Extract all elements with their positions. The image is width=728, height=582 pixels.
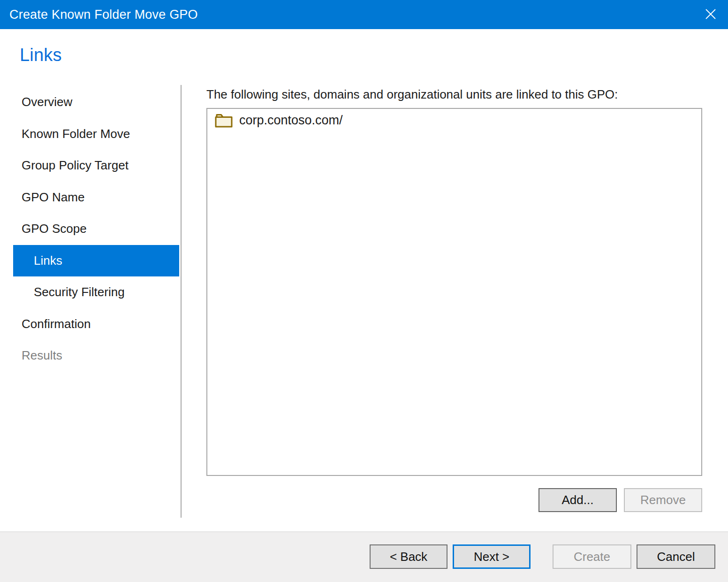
close-icon	[704, 7, 718, 23]
add-button[interactable]: Add...	[538, 488, 617, 512]
wizard-steps-nav: Overview Known Folder Move Group Policy …	[13, 86, 179, 372]
links-instruction-text: The following sites, domains and organiz…	[206, 87, 618, 102]
linked-item-name: corp.contoso.com/	[239, 113, 343, 128]
folder-icon	[215, 113, 233, 128]
window-title: Create Known Folder Move GPO	[9, 8, 198, 22]
title-bar: Create Known Folder Move GPO	[0, 0, 728, 29]
sidebar-item-gpo-name[interactable]: GPO Name	[13, 182, 179, 214]
sidebar-divider	[181, 85, 182, 518]
create-button: Create	[553, 544, 631, 569]
next-button[interactable]: Next >	[453, 544, 531, 569]
list-item[interactable]: corp.contoso.com/	[207, 109, 701, 128]
sidebar-item-known-folder-move[interactable]: Known Folder Move	[13, 118, 179, 150]
remove-button: Remove	[624, 488, 702, 512]
sidebar-item-confirmation[interactable]: Confirmation	[13, 308, 179, 340]
back-button[interactable]: < Back	[370, 544, 447, 569]
sidebar-item-links[interactable]: Links	[13, 245, 179, 277]
sidebar-item-gpo-scope[interactable]: GPO Scope	[13, 213, 179, 245]
sidebar-item-group-policy-target[interactable]: Group Policy Target	[13, 150, 179, 182]
page-title: Links	[20, 45, 62, 65]
sidebar-item-results: Results	[13, 340, 179, 372]
sidebar-item-overview[interactable]: Overview	[13, 86, 179, 118]
close-button[interactable]	[702, 7, 720, 23]
wizard-window: Create Known Folder Move GPO Links Overv…	[0, 0, 728, 582]
linked-ou-listbox[interactable]: corp.contoso.com/	[206, 108, 702, 476]
sidebar-item-security-filtering[interactable]: Security Filtering	[13, 276, 179, 308]
cancel-button[interactable]: Cancel	[637, 544, 715, 569]
